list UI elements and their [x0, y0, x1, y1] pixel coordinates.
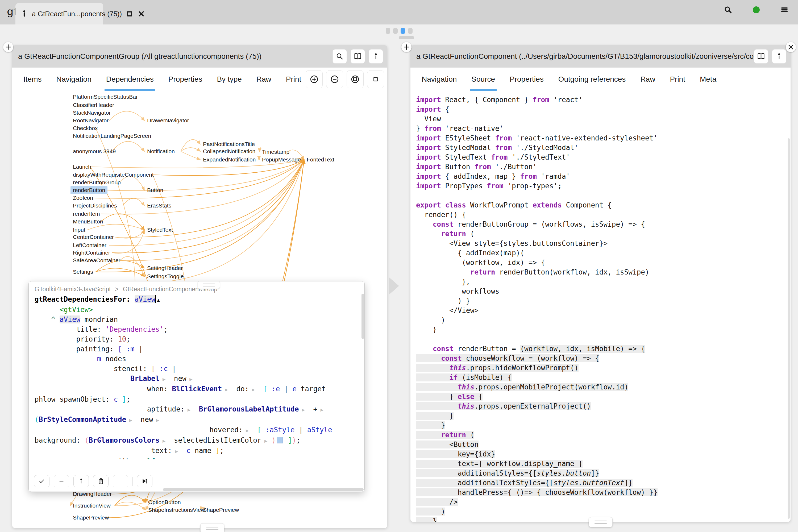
graph-node-StyledText[interactable]: StyledText: [147, 227, 173, 233]
graph-node-StackNavigator[interactable]: StackNavigator: [73, 110, 111, 116]
graph-node-RightContainer[interactable]: RightContainer: [73, 249, 110, 256]
accept-button[interactable]: [34, 475, 50, 487]
left-tab-dependencies[interactable]: Dependencies: [106, 68, 154, 91]
left-tab-navigation[interactable]: Navigation: [56, 68, 91, 91]
graph-node-renderButtonGroup[interactable]: renderButtonGroup: [73, 179, 121, 186]
graph-node-CollapsedNotification[interactable]: CollapsedNotification: [203, 148, 255, 155]
close-tab-icon[interactable]: [137, 10, 145, 18]
pane-divider-arrow[interactable]: [389, 277, 399, 295]
remove-button[interactable]: [54, 475, 69, 487]
graph-node-ErasStats[interactable]: ErasStats: [147, 203, 171, 209]
fit-button[interactable]: [347, 70, 364, 88]
graph-node-ZooIcon[interactable]: ZooIcon: [73, 195, 93, 201]
page-indicator[interactable]: [386, 28, 413, 34]
actual-size-button[interactable]: [367, 70, 384, 88]
code-line: this.props.openMobileProject(workflow.id…: [416, 382, 787, 392]
popup-horizontal-scrollbar[interactable]: [163, 488, 364, 491]
graph-node-LeftContainer[interactable]: LeftContainer: [73, 242, 107, 248]
window-tab[interactable]: a GtReactFun...ponents (75)): [15, 3, 103, 24]
graph-node-PastNotificationsTitle[interactable]: PastNotificationsTitle: [203, 141, 255, 147]
smalltalk-code-editor[interactable]: gtReactDependenciesFor: aView▲ <gtView> …: [29, 294, 364, 459]
graph-node-Checkbox[interactable]: Checkbox: [73, 125, 98, 131]
page-dot-active[interactable]: [401, 28, 405, 34]
right-pane-resize-handle[interactable]: [589, 517, 613, 527]
code-line: ): [416, 315, 787, 325]
code-line: },: [416, 277, 787, 286]
left-tab-by-type[interactable]: By type: [217, 68, 242, 91]
text-cursor: [155, 295, 156, 303]
maximize-icon[interactable]: [126, 10, 134, 18]
left-tab-raw[interactable]: Raw: [256, 68, 271, 91]
popup-vertical-scrollbar[interactable]: [361, 294, 364, 339]
left-tab-items[interactable]: Items: [23, 68, 41, 91]
graph-node-ExpandedNotification[interactable]: ExpandedNotification: [203, 156, 255, 163]
graph-node-anonymous-3949[interactable]: anonymous 3949: [73, 148, 116, 155]
left-tab-print[interactable]: Print: [286, 68, 301, 91]
right-tab-properties[interactable]: Properties: [510, 68, 544, 91]
graph-node-Settings[interactable]: Settings: [73, 269, 93, 275]
graph-node-CenterContainer[interactable]: CenterContainer: [73, 234, 114, 240]
graph-node-displayWithRequisiteComponent[interactable]: displayWithRequisiteComponent: [73, 172, 154, 178]
code-line: additionalStyles={[styles.button]}: [416, 469, 787, 478]
add-pane-left-button[interactable]: [3, 42, 13, 52]
zoom-out-button[interactable]: [326, 70, 343, 88]
graph-node-SafeAreaContainer[interactable]: SafeAreaContainer: [73, 257, 120, 264]
play-inspect-button[interactable]: [137, 475, 152, 487]
close-pane-button[interactable]: [786, 42, 796, 52]
graph-node-FontedText[interactable]: FontedText: [307, 156, 334, 163]
right-tab-navigation[interactable]: Navigation: [422, 68, 457, 91]
right-pane-scrollbar[interactable]: [787, 138, 790, 519]
code-editor-popup[interactable]: GToolkit4Famix3-JavaScript > GtReactFunc…: [28, 281, 365, 492]
graph-node-DrawerNavigator[interactable]: DrawerNavigator: [147, 117, 189, 124]
left-info-button[interactable]: [369, 49, 383, 63]
graph-node-InstructionView[interactable]: InstructionView: [73, 502, 111, 509]
graph-node-MenuButton[interactable]: MenuButton: [73, 218, 103, 225]
graph-node-Timestamp[interactable]: Timestamp: [262, 149, 289, 155]
graph-node-SettingHeader[interactable]: SettingHeader: [147, 265, 183, 271]
graph-node-ShapePreview[interactable]: ShapePreview: [73, 514, 109, 521]
search-icon[interactable]: [724, 6, 732, 14]
graph-node-Button[interactable]: Button: [147, 187, 163, 193]
inspect-button[interactable]: [73, 475, 89, 487]
right-info-button[interactable]: [772, 49, 786, 63]
graph-node-OptionButton[interactable]: OptionButton: [148, 499, 181, 506]
right-tab-source[interactable]: Source: [471, 68, 495, 91]
graph-node-ProjectDisciplines[interactable]: ProjectDisciplines: [73, 203, 117, 209]
right-tab-meta[interactable]: Meta: [700, 68, 716, 91]
right-tab-print[interactable]: Print: [670, 68, 685, 91]
graph-node-NotificationLandingPageScreen[interactable]: NotificationLandingPageScreen: [73, 133, 151, 139]
graph-node-ClassifierHeader[interactable]: ClassifierHeader: [73, 102, 114, 108]
code-line: />: [416, 497, 787, 507]
page-scroll-pill[interactable]: [399, 36, 414, 39]
graph-node-SettingsToggle[interactable]: SettingsToggle: [147, 273, 184, 280]
add-pane-right-button[interactable]: [401, 42, 412, 52]
copy-button[interactable]: [93, 475, 109, 487]
graph-node-Launch[interactable]: Launch: [73, 164, 91, 170]
graph-node-renderButton[interactable]: renderButton: [71, 186, 108, 194]
left-book-button[interactable]: [350, 49, 365, 63]
zoom-in-button[interactable]: [306, 70, 323, 88]
graph-node-ShapeInstructionsView[interactable]: ShapeInstructionsView: [148, 507, 205, 513]
graph-node-renderItem[interactable]: renderItem: [73, 211, 100, 217]
javascript-source-editor[interactable]: import React, { Component } from 'react'…: [411, 91, 787, 522]
graph-node-ShapePreview[interactable]: ShapePreview: [203, 507, 239, 513]
left-search-button[interactable]: [332, 49, 347, 63]
graph-node-RootNavigator[interactable]: RootNavigator: [73, 117, 109, 124]
dependency-edge: [96, 268, 145, 277]
left-tab-properties[interactable]: Properties: [168, 68, 203, 91]
right-book-button[interactable]: [754, 49, 768, 63]
graph-node-PopupMessage[interactable]: PopupMessage: [262, 156, 301, 163]
cancel-button[interactable]: [113, 475, 128, 487]
graph-node-PlatformSpecificStatusBar[interactable]: PlatformSpecificStatusBar: [73, 94, 138, 100]
breadcrumb-package[interactable]: GToolkit4Famix3-JavaScript: [35, 286, 111, 293]
right-tab-outgoing-references[interactable]: Outgoing references: [558, 68, 626, 91]
graph-node-Notification[interactable]: Notification: [147, 148, 175, 155]
popup-drag-handle[interactable]: [198, 281, 220, 289]
page-dot[interactable]: [408, 28, 413, 34]
graph-node-Input[interactable]: Input: [73, 227, 86, 233]
page-dot[interactable]: [393, 28, 398, 34]
left-pane-resize-handle[interactable]: [200, 523, 224, 532]
right-tab-raw[interactable]: Raw: [640, 68, 655, 91]
menu-icon[interactable]: [780, 6, 788, 14]
page-dot[interactable]: [386, 28, 390, 34]
